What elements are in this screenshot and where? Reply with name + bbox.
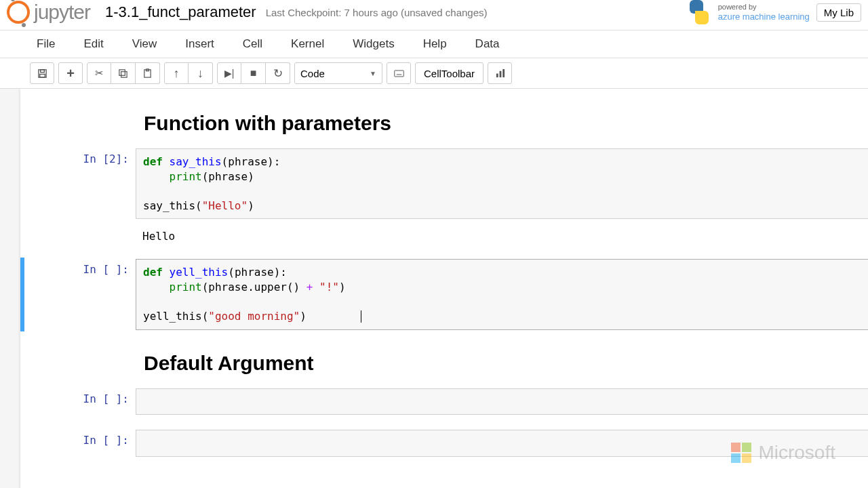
arrow-up-icon: ↑ bbox=[174, 66, 180, 81]
svg-rect-13 bbox=[496, 73, 498, 77]
refresh-icon: ↻ bbox=[273, 66, 283, 81]
azure-ml-badge: powered by azure machine learning bbox=[718, 3, 810, 22]
code-cell-1[interactable]: In [2]: def say_this(phrase): print(phra… bbox=[20, 147, 868, 220]
cell-toolbar-button[interactable]: CellToolbar bbox=[415, 62, 484, 84]
cut-button[interactable]: ✂ bbox=[87, 62, 111, 84]
output-cell-1: Hello bbox=[20, 224, 868, 248]
microsoft-watermark: Microsoft bbox=[731, 442, 835, 464]
cell-type-value: Code bbox=[300, 68, 325, 79]
menu-widgets[interactable]: Widgets bbox=[350, 33, 397, 55]
move-up-button[interactable]: ↑ bbox=[164, 62, 189, 84]
menu-edit[interactable]: Edit bbox=[81, 33, 106, 55]
plus-icon: + bbox=[66, 66, 75, 81]
svg-rect-7 bbox=[394, 70, 403, 77]
heading-function-params: Function with parameters bbox=[28, 112, 868, 135]
svg-rect-14 bbox=[499, 70, 501, 77]
heading-default-argument: Default Argument bbox=[28, 352, 868, 375]
menu-data[interactable]: Data bbox=[473, 33, 502, 55]
code-cell-2[interactable]: In [ ]: def yell_this(phrase): print(phr… bbox=[20, 258, 868, 331]
copy-button[interactable] bbox=[111, 62, 136, 84]
checkpoint-status: Last Checkpoint: 7 hours ago (unsaved ch… bbox=[266, 7, 488, 18]
cell-prompt: In [ ]: bbox=[20, 388, 136, 415]
code-input[interactable]: def say_this(phrase): print(phrase) say_… bbox=[136, 148, 868, 219]
interrupt-button[interactable]: ■ bbox=[241, 62, 266, 84]
step-forward-icon: ▶| bbox=[224, 68, 235, 79]
chevron-down-icon: ▼ bbox=[370, 70, 376, 77]
paste-icon bbox=[142, 68, 153, 79]
keyboard-icon bbox=[394, 68, 404, 79]
paste-button[interactable] bbox=[136, 62, 160, 84]
jupyter-wordmark: jupyter bbox=[34, 1, 90, 24]
cell-prompt: In [2]: bbox=[20, 148, 136, 219]
jupyter-icon bbox=[7, 1, 30, 24]
notebook-name[interactable]: 1-3.1_funct_parameter bbox=[105, 3, 256, 21]
menu-kernel[interactable]: Kernel bbox=[288, 33, 327, 55]
output-prompt bbox=[20, 226, 136, 247]
stop-icon: ■ bbox=[250, 67, 257, 79]
svg-rect-3 bbox=[119, 69, 125, 75]
svg-rect-1 bbox=[40, 69, 44, 72]
cell-prompt: In [ ]: bbox=[20, 259, 136, 329]
menu-insert[interactable]: Insert bbox=[182, 33, 217, 55]
save-icon bbox=[37, 68, 47, 79]
python-logo-icon bbox=[687, 0, 711, 24]
cell-output: Hello bbox=[136, 226, 868, 247]
copy-icon bbox=[118, 68, 128, 79]
svg-rect-15 bbox=[502, 68, 505, 77]
microsoft-icon bbox=[731, 443, 751, 463]
arrow-down-icon: ↓ bbox=[197, 66, 203, 81]
menu-help[interactable]: Help bbox=[420, 33, 450, 55]
scissors-icon: ✂ bbox=[95, 67, 104, 79]
microsoft-wordmark: Microsoft bbox=[758, 442, 835, 464]
code-input[interactable]: def yell_this(phrase): print(phrase.uppe… bbox=[136, 259, 868, 329]
save-button[interactable] bbox=[30, 62, 54, 84]
menu-cell[interactable]: Cell bbox=[240, 33, 265, 55]
bar-chart-icon bbox=[495, 68, 505, 79]
menu-bar: File Edit View Insert Cell Kernel Widget… bbox=[0, 30, 868, 58]
restart-button[interactable]: ↻ bbox=[266, 62, 290, 84]
add-cell-button[interactable]: + bbox=[58, 62, 83, 84]
svg-rect-4 bbox=[121, 71, 127, 77]
chart-button[interactable] bbox=[488, 62, 512, 84]
toolbar: + ✂ ↑ ↓ ▶| ■ ↻ Code ▼ CellToolbar bbox=[0, 58, 868, 89]
menu-file[interactable]: File bbox=[34, 33, 58, 55]
cell-prompt: In [ ]: bbox=[20, 430, 136, 457]
run-button[interactable]: ▶| bbox=[217, 62, 241, 84]
command-palette-button[interactable] bbox=[387, 62, 411, 84]
code-input[interactable] bbox=[136, 388, 868, 415]
menu-view[interactable]: View bbox=[130, 33, 160, 55]
my-library-button[interactable]: My Lib bbox=[816, 3, 861, 22]
cell-type-select[interactable]: Code ▼ bbox=[294, 62, 382, 84]
code-cell-3[interactable]: In [ ]: bbox=[20, 387, 868, 417]
text-cursor bbox=[361, 310, 361, 323]
move-down-button[interactable]: ↓ bbox=[189, 62, 213, 84]
svg-rect-2 bbox=[39, 74, 45, 77]
jupyter-logo[interactable]: jupyter bbox=[7, 1, 90, 24]
